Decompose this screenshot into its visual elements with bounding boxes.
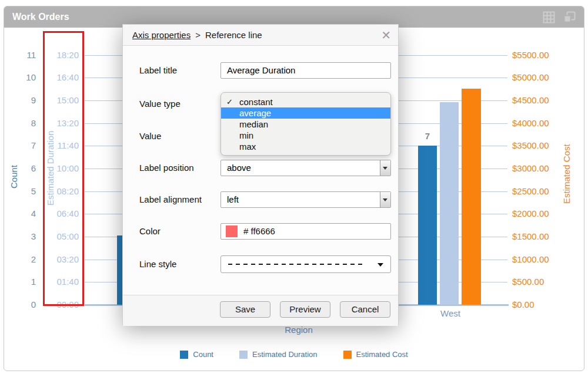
axis-highlight-rect xyxy=(43,31,84,306)
close-icon[interactable]: ✕ xyxy=(381,28,391,42)
legend-item-count[interactable]: Count xyxy=(180,350,213,359)
option-max[interactable]: max xyxy=(221,141,390,152)
preview-button[interactable]: Preview xyxy=(280,301,330,318)
legend-swatch-count xyxy=(180,351,188,359)
bar-west-estimated-cost[interactable] xyxy=(462,89,481,305)
bar-west-estimated-duration[interactable] xyxy=(440,102,459,305)
color-input[interactable]: # ff6666 xyxy=(220,223,391,240)
option-constant[interactable]: ✓constant xyxy=(221,96,390,107)
chevron-down-icon[interactable] xyxy=(380,160,390,176)
legend-label: Estimated Cost xyxy=(356,350,408,359)
bar-west-count[interactable] xyxy=(418,146,437,305)
legend-label: Count xyxy=(193,350,213,359)
table-icon[interactable] xyxy=(543,11,555,23)
count-axis-tick: 2 xyxy=(4,254,36,265)
option-label: average xyxy=(239,108,271,118)
selected-value: left xyxy=(227,194,239,204)
cost-axis-tick: $1000.00 xyxy=(512,254,578,265)
value-type-label: Value type xyxy=(139,96,181,112)
count-axis-tick: 10 xyxy=(4,72,36,83)
option-label: constant xyxy=(239,97,273,107)
value-label: Value xyxy=(139,128,161,144)
legend-item-estimated-duration[interactable]: Estimated Duration xyxy=(239,350,318,359)
breadcrumb-current: Reference line xyxy=(205,30,262,40)
label-title-input[interactable]: Average Duration xyxy=(220,62,391,79)
line-style-select[interactable] xyxy=(220,255,391,273)
chevron-down-icon[interactable] xyxy=(380,192,390,207)
count-axis-tick: 11 xyxy=(4,50,36,60)
reference-line-dialog: Axis properties>Reference line ✕ Label t… xyxy=(122,24,399,325)
value-type-dropdown-list: ✓constant average median min max xyxy=(220,92,391,156)
cost-axis-tick: $500.00 xyxy=(512,277,578,287)
option-average[interactable]: average xyxy=(221,107,390,119)
option-min[interactable]: min xyxy=(221,130,390,141)
chevron-down-icon xyxy=(377,263,383,270)
cost-axis-tick: $5000.00 xyxy=(512,72,578,83)
color-hex-value: # ff6666 xyxy=(243,224,275,239)
label-position-select[interactable]: above xyxy=(220,160,391,176)
work-orders-widget: 0 1 2 3 4 5 6 7 8 9 10 11 00:00 01:40 03… xyxy=(4,6,584,371)
check-icon: ✓ xyxy=(226,96,233,107)
count-axis-tick: 0 xyxy=(4,299,36,310)
dashed-line-preview xyxy=(228,264,366,265)
option-label: max xyxy=(239,142,256,152)
x-axis-title: Region xyxy=(240,325,358,335)
widget-title: Work Orders xyxy=(12,6,69,28)
label-alignment-label: Label alignment xyxy=(139,191,202,208)
dialog-footer: Save Preview Cancel xyxy=(123,295,398,326)
label-position-label: Label position xyxy=(139,160,194,176)
x-category-label: West xyxy=(412,308,489,318)
overlap-windows-icon[interactable] xyxy=(563,11,576,23)
cancel-button[interactable]: Cancel xyxy=(340,301,390,318)
option-label: median xyxy=(239,119,268,129)
cost-axis-tick: $0.00 xyxy=(512,299,578,310)
save-button[interactable]: Save xyxy=(220,301,270,318)
label-alignment-select[interactable]: left xyxy=(220,191,391,208)
legend-swatch-cost xyxy=(343,351,352,359)
legend-label: Estimated Duration xyxy=(252,350,318,359)
cost-axis-title: Estimated Cost xyxy=(562,109,572,238)
label-title-label: Label title xyxy=(139,62,177,79)
legend-item-estimated-cost[interactable]: Estimated Cost xyxy=(343,350,408,359)
cost-axis-tick: $4500.00 xyxy=(512,95,578,106)
option-label: min xyxy=(239,130,253,140)
count-axis-title: Count xyxy=(9,118,19,235)
color-swatch[interactable] xyxy=(226,225,238,237)
color-label: Color xyxy=(139,223,161,240)
dialog-header: Axis properties>Reference line ✕ xyxy=(123,25,398,46)
header-icons xyxy=(543,11,576,23)
breadcrumb-axis-properties-link[interactable]: Axis properties xyxy=(132,30,191,40)
legend: Count Estimated Duration Estimated Cost xyxy=(4,350,584,359)
bar-value-label: 7 xyxy=(418,131,437,141)
count-axis-tick: 1 xyxy=(4,277,36,287)
line-style-label: Line style xyxy=(139,256,176,272)
cost-axis-tick: $5500.00 xyxy=(512,50,578,60)
legend-swatch-duration xyxy=(239,351,248,359)
breadcrumb-separator: > xyxy=(195,30,201,40)
count-axis-tick: 9 xyxy=(4,95,36,106)
selected-value: above xyxy=(227,163,251,173)
option-median[interactable]: median xyxy=(221,119,390,130)
breadcrumb: Axis properties>Reference line xyxy=(132,25,262,46)
